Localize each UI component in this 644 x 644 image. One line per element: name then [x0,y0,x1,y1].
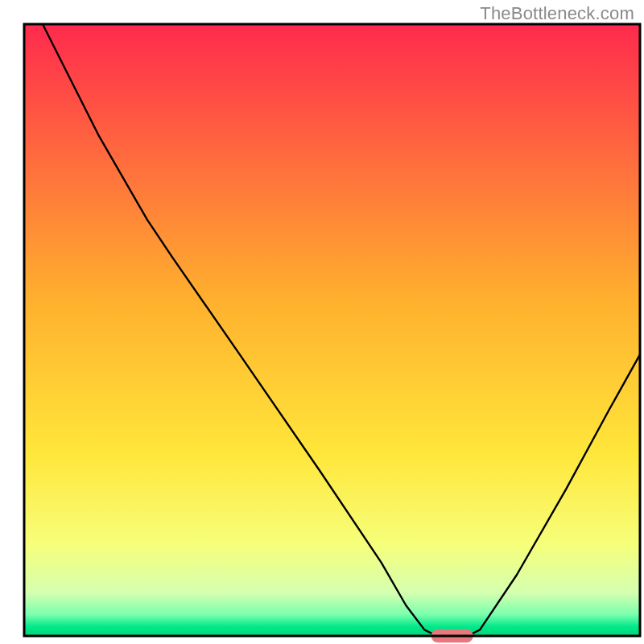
bottleneck-chart: TheBottleneck.com [0,0,644,644]
plot-background [24,24,640,636]
chart-canvas [0,0,644,644]
attribution-label: TheBottleneck.com [480,3,634,24]
